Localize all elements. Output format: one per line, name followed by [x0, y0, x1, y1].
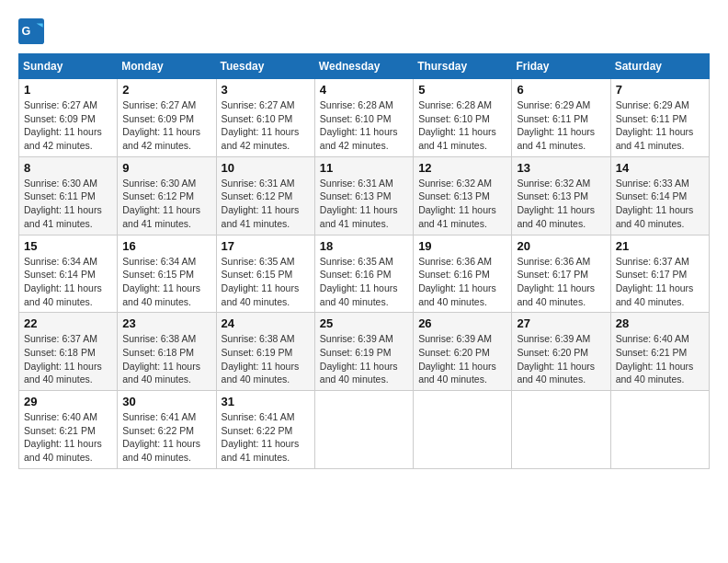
day-info: Sunrise: 6:35 AM Sunset: 6:16 PM Dayligh… [320, 255, 408, 309]
calendar-cell: 29 Sunrise: 6:40 AM Sunset: 6:21 PM Dayl… [19, 391, 118, 469]
calendar-cell: 1 Sunrise: 6:27 AM Sunset: 6:09 PM Dayli… [19, 79, 118, 157]
calendar-cell: 30 Sunrise: 6:41 AM Sunset: 6:22 PM Dayl… [118, 391, 216, 469]
day-number: 10 [222, 161, 310, 175]
day-number: 2 [122, 83, 210, 97]
calendar-table: SundayMondayTuesdayWednesdayThursdayFrid… [18, 53, 710, 469]
day-info: Sunrise: 6:31 AM Sunset: 6:12 PM Dayligh… [222, 177, 310, 231]
day-info: Sunrise: 6:35 AM Sunset: 6:15 PM Dayligh… [222, 255, 310, 309]
day-number: 11 [320, 161, 408, 175]
day-number: 5 [418, 83, 506, 97]
calendar-cell: 22 Sunrise: 6:37 AM Sunset: 6:18 PM Dayl… [19, 313, 118, 391]
day-number: 15 [24, 239, 112, 253]
calendar-cell: 4 Sunrise: 6:28 AM Sunset: 6:10 PM Dayli… [314, 79, 413, 157]
day-info: Sunrise: 6:31 AM Sunset: 6:13 PM Dayligh… [320, 177, 408, 231]
day-number: 3 [222, 83, 310, 97]
calendar-cell [610, 391, 709, 469]
day-number: 14 [616, 161, 704, 175]
calendar-cell: 3 Sunrise: 6:27 AM Sunset: 6:10 PM Dayli… [216, 79, 314, 157]
calendar-cell: 20 Sunrise: 6:36 AM Sunset: 6:17 PM Dayl… [512, 235, 610, 313]
calendar-cell: 28 Sunrise: 6:40 AM Sunset: 6:21 PM Dayl… [610, 313, 709, 391]
weekday-header: Friday [512, 54, 610, 79]
calendar-cell: 2 Sunrise: 6:27 AM Sunset: 6:09 PM Dayli… [118, 79, 216, 157]
svg-text:G: G [22, 25, 31, 38]
calendar-cell: 5 Sunrise: 6:28 AM Sunset: 6:10 PM Dayli… [414, 79, 512, 157]
day-number: 19 [418, 239, 506, 253]
day-info: Sunrise: 6:30 AM Sunset: 6:11 PM Dayligh… [24, 177, 112, 231]
day-info: Sunrise: 6:34 AM Sunset: 6:14 PM Dayligh… [24, 255, 112, 309]
day-number: 17 [222, 239, 310, 253]
calendar-cell: 21 Sunrise: 6:37 AM Sunset: 6:17 PM Dayl… [610, 235, 709, 313]
day-number: 16 [122, 239, 210, 253]
calendar-week-row: 29 Sunrise: 6:40 AM Sunset: 6:21 PM Dayl… [19, 391, 710, 469]
day-number: 22 [24, 316, 112, 330]
day-number: 23 [122, 316, 210, 330]
day-number: 21 [616, 239, 704, 253]
weekday-header: Tuesday [216, 54, 314, 79]
calendar-cell [512, 391, 610, 469]
day-info: Sunrise: 6:30 AM Sunset: 6:12 PM Dayligh… [122, 177, 210, 231]
day-number: 6 [517, 83, 605, 97]
day-info: Sunrise: 6:27 AM Sunset: 6:10 PM Dayligh… [222, 98, 310, 153]
calendar-header-row: SundayMondayTuesdayWednesdayThursdayFrid… [19, 54, 710, 79]
calendar-cell: 25 Sunrise: 6:39 AM Sunset: 6:19 PM Dayl… [314, 313, 413, 391]
day-info: Sunrise: 6:27 AM Sunset: 6:09 PM Dayligh… [122, 98, 210, 153]
day-number: 24 [222, 316, 310, 330]
calendar-cell: 17 Sunrise: 6:35 AM Sunset: 6:15 PM Dayl… [216, 235, 314, 313]
calendar-cell: 18 Sunrise: 6:35 AM Sunset: 6:16 PM Dayl… [314, 235, 413, 313]
day-info: Sunrise: 6:28 AM Sunset: 6:10 PM Dayligh… [418, 98, 506, 153]
day-number: 25 [320, 316, 408, 330]
logo-icon: G [18, 18, 44, 44]
calendar-cell: 12 Sunrise: 6:32 AM Sunset: 6:13 PM Dayl… [414, 156, 512, 235]
calendar-cell: 6 Sunrise: 6:29 AM Sunset: 6:11 PM Dayli… [512, 79, 610, 157]
day-info: Sunrise: 6:39 AM Sunset: 6:19 PM Dayligh… [320, 332, 408, 386]
weekday-header: Saturday [610, 54, 709, 79]
calendar-cell: 9 Sunrise: 6:30 AM Sunset: 6:12 PM Dayli… [118, 156, 216, 235]
day-number: 28 [616, 316, 704, 330]
calendar-cell: 7 Sunrise: 6:29 AM Sunset: 6:11 PM Dayli… [610, 79, 709, 157]
day-info: Sunrise: 6:39 AM Sunset: 6:20 PM Dayligh… [517, 332, 605, 386]
weekday-header: Wednesday [314, 54, 413, 79]
day-info: Sunrise: 6:32 AM Sunset: 6:13 PM Dayligh… [517, 177, 605, 231]
logo: G [18, 18, 48, 44]
page-header: G [18, 18, 710, 44]
calendar-cell: 11 Sunrise: 6:31 AM Sunset: 6:13 PM Dayl… [314, 156, 413, 235]
day-info: Sunrise: 6:40 AM Sunset: 6:21 PM Dayligh… [24, 410, 112, 465]
calendar-cell: 13 Sunrise: 6:32 AM Sunset: 6:13 PM Dayl… [512, 156, 610, 235]
calendar-cell: 15 Sunrise: 6:34 AM Sunset: 6:14 PM Dayl… [19, 235, 118, 313]
day-number: 4 [320, 83, 408, 97]
day-number: 20 [517, 239, 605, 253]
weekday-header: Monday [118, 54, 216, 79]
calendar-week-row: 8 Sunrise: 6:30 AM Sunset: 6:11 PM Dayli… [19, 156, 710, 235]
day-number: 31 [222, 395, 310, 408]
day-number: 18 [320, 239, 408, 253]
day-info: Sunrise: 6:40 AM Sunset: 6:21 PM Dayligh… [616, 332, 704, 386]
calendar-cell: 8 Sunrise: 6:30 AM Sunset: 6:11 PM Dayli… [19, 156, 118, 235]
day-info: Sunrise: 6:29 AM Sunset: 6:11 PM Dayligh… [616, 98, 704, 153]
day-info: Sunrise: 6:32 AM Sunset: 6:13 PM Dayligh… [418, 177, 506, 231]
calendar-week-row: 15 Sunrise: 6:34 AM Sunset: 6:14 PM Dayl… [19, 235, 710, 313]
day-number: 27 [517, 316, 605, 330]
day-number: 30 [122, 395, 210, 408]
day-info: Sunrise: 6:41 AM Sunset: 6:22 PM Dayligh… [222, 410, 310, 465]
calendar-cell: 19 Sunrise: 6:36 AM Sunset: 6:16 PM Dayl… [414, 235, 512, 313]
day-info: Sunrise: 6:27 AM Sunset: 6:09 PM Dayligh… [24, 98, 112, 153]
weekday-header: Sunday [19, 54, 118, 79]
day-info: Sunrise: 6:38 AM Sunset: 6:19 PM Dayligh… [222, 332, 310, 386]
day-number: 13 [517, 161, 605, 175]
day-number: 8 [24, 161, 112, 175]
day-info: Sunrise: 6:33 AM Sunset: 6:14 PM Dayligh… [616, 177, 704, 231]
day-number: 1 [24, 83, 112, 97]
day-info: Sunrise: 6:29 AM Sunset: 6:11 PM Dayligh… [517, 98, 605, 153]
day-number: 7 [616, 83, 704, 97]
day-info: Sunrise: 6:38 AM Sunset: 6:18 PM Dayligh… [122, 332, 210, 386]
calendar-cell: 24 Sunrise: 6:38 AM Sunset: 6:19 PM Dayl… [216, 313, 314, 391]
day-info: Sunrise: 6:41 AM Sunset: 6:22 PM Dayligh… [122, 410, 210, 465]
calendar-cell [414, 391, 512, 469]
day-info: Sunrise: 6:37 AM Sunset: 6:18 PM Dayligh… [24, 332, 112, 386]
calendar-cell: 16 Sunrise: 6:34 AM Sunset: 6:15 PM Dayl… [118, 235, 216, 313]
calendar-cell: 27 Sunrise: 6:39 AM Sunset: 6:20 PM Dayl… [512, 313, 610, 391]
calendar-cell: 23 Sunrise: 6:38 AM Sunset: 6:18 PM Dayl… [118, 313, 216, 391]
day-info: Sunrise: 6:36 AM Sunset: 6:16 PM Dayligh… [418, 255, 506, 309]
calendar-cell: 10 Sunrise: 6:31 AM Sunset: 6:12 PM Dayl… [216, 156, 314, 235]
calendar-cell [314, 391, 413, 469]
